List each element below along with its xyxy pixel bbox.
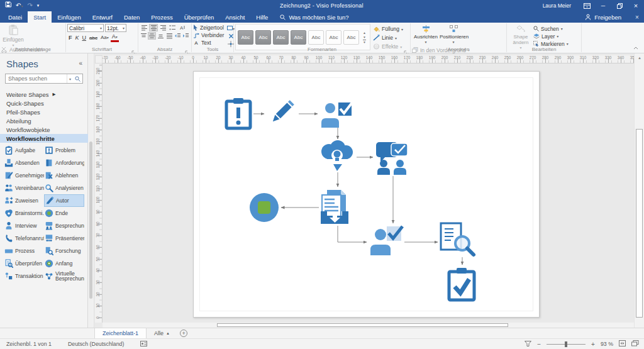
fit-page-icon[interactable] xyxy=(619,340,626,348)
zoom-slider[interactable] xyxy=(547,344,586,345)
font-size-select[interactable]: 12pt.▾ xyxy=(105,24,126,32)
collapse-panel-icon[interactable]: « xyxy=(79,60,82,67)
gallery-down-icon[interactable]: ▼ xyxy=(363,35,366,39)
node-assign-person-check-2[interactable] xyxy=(370,226,402,255)
tab-prozess[interactable]: Prozess xyxy=(145,11,178,23)
presentation-mode-icon[interactable] xyxy=(525,341,531,348)
align-left-button[interactable] xyxy=(140,24,148,31)
tab-ansicht[interactable]: Ansicht xyxy=(219,11,250,23)
tab-hilfe[interactable]: Hilfe xyxy=(250,11,274,23)
qat-customize-icon[interactable]: ▾ xyxy=(37,0,40,11)
shape-item-brainstormi[interactable]: Brainstormi... xyxy=(4,207,44,219)
shape-style-tile[interactable]: Abc xyxy=(308,30,324,45)
shape-item-interview[interactable]: Interview xyxy=(4,219,44,232)
zoom-out-button[interactable]: − xyxy=(537,341,541,348)
shape-item-analysieren[interactable]: Analysieren xyxy=(44,182,84,194)
position-button[interactable]: Positionieren ▾ xyxy=(440,24,467,45)
collapse-ribbon-icon[interactable] xyxy=(631,45,640,51)
tab-datei[interactable]: Datei xyxy=(3,11,28,23)
tab-entwurf[interactable]: Entwurf xyxy=(87,11,118,23)
dialog-launcher-icon[interactable] xyxy=(404,47,409,52)
node-problem-clipboard[interactable] xyxy=(226,98,250,128)
drawing-canvas[interactable] xyxy=(103,64,634,323)
node-task-clipboard-check[interactable] xyxy=(449,268,474,300)
shape-item-genehmigen[interactable]: Genehmigen xyxy=(4,169,44,182)
connector-tool-button[interactable]: Verbinder xyxy=(193,31,224,39)
shape-item-forschung[interactable]: Forschung xyxy=(44,245,84,257)
shape-item-problem[interactable]: Problem xyxy=(44,144,84,157)
stencil-weitere-shapes[interactable]: Weitere Shapes▶ xyxy=(0,90,88,99)
align-button[interactable]: Ausrichten ▾ xyxy=(412,24,440,45)
shape-style-tile[interactable]: Abc xyxy=(326,30,341,45)
gallery-up-icon[interactable]: ▲ xyxy=(363,31,366,35)
align-right-button[interactable] xyxy=(158,24,167,31)
shape-item-überprüfen[interactable]: Überprüfen xyxy=(4,257,44,270)
tab-einfügen[interactable]: Einfügen xyxy=(52,11,87,23)
stencil-pfeil-shapes[interactable]: Pfeil-Shapes xyxy=(0,108,88,116)
zoom-in-button[interactable]: + xyxy=(591,341,595,348)
align-bottom-button[interactable] xyxy=(157,32,164,40)
node-send-document-tray[interactable] xyxy=(321,190,348,224)
shape-style-tile[interactable]: Abc xyxy=(273,30,289,45)
panel-scrollbar[interactable] xyxy=(88,53,94,328)
align-middle-button[interactable] xyxy=(148,32,156,40)
vertical-scrollbar[interactable]: ▲ xyxy=(634,53,644,328)
node-author-pencil[interactable] xyxy=(270,100,294,123)
shape-item-transaktion[interactable]: Transaktion xyxy=(4,270,44,282)
close-button[interactable]: × xyxy=(628,0,644,11)
horizontal-scroll-thumb[interactable] xyxy=(217,323,508,327)
line-button[interactable]: Linie▾ xyxy=(373,34,403,42)
shape-style-tile[interactable]: Abc xyxy=(343,30,359,45)
justify-button[interactable] xyxy=(165,32,173,40)
search-icon[interactable] xyxy=(73,73,82,84)
italic-button[interactable]: K xyxy=(74,34,80,42)
macro-record-icon[interactable] xyxy=(140,341,147,348)
node-end-circle[interactable] xyxy=(250,193,279,222)
switch-windows-icon[interactable] xyxy=(631,340,639,348)
save-icon[interactable] xyxy=(5,0,11,11)
redo-button[interactable]: ↷ xyxy=(27,0,32,11)
strikethrough-button[interactable]: abc xyxy=(88,34,99,42)
shape-item-ablehnen[interactable]: Ablehnen xyxy=(44,169,84,182)
page-info[interactable]: Zeichenbl. 1 von 1 xyxy=(6,341,52,347)
stencil-workflowschritte[interactable]: Workflowschritte xyxy=(0,134,88,143)
shape-style-tile[interactable]: Abc xyxy=(255,30,271,45)
sheet-tab[interactable]: Zeichenblatt-1 xyxy=(94,328,147,338)
text-direction-button[interactable]: A xyxy=(177,24,186,31)
align-top-button[interactable] xyxy=(140,32,147,40)
add-sheet-button[interactable]: + xyxy=(180,330,187,337)
minimize-button[interactable]: ─ xyxy=(595,0,611,11)
undo-button[interactable]: ↶▾ xyxy=(16,0,23,12)
shape-item-prozess[interactable]: Prozess xyxy=(4,245,44,257)
horizontal-scrollbar[interactable] xyxy=(103,323,634,328)
dialog-launcher-icon[interactable] xyxy=(131,47,137,52)
gallery-more-icon[interactable]: ▼ xyxy=(363,40,366,44)
share-button[interactable]: Freigeben xyxy=(585,11,630,23)
shape-item-besprechung[interactable]: Besprechung xyxy=(44,219,84,232)
shape-item-zuweisen[interactable]: Zuweisen xyxy=(4,194,44,207)
bullet-list-button[interactable] xyxy=(168,24,177,31)
restore-button[interactable] xyxy=(611,0,628,11)
vertical-scroll-thumb[interactable] xyxy=(636,129,643,318)
shape-style-tile[interactable]: Abc xyxy=(238,30,253,45)
language-status[interactable]: Deutsch (Deutschland) xyxy=(68,341,124,347)
pointer-tool-button[interactable]: Zeigertool xyxy=(193,24,224,31)
underline-button[interactable]: U xyxy=(81,34,88,42)
connector[interactable] xyxy=(338,226,367,242)
ribbon-close-icon[interactable]: × xyxy=(630,11,644,23)
shape-item-aufgabe[interactable]: Aufgabe xyxy=(4,144,44,157)
sheet-filter[interactable]: Alle▲ xyxy=(147,330,177,336)
node-brainstorm-cloud[interactable] xyxy=(321,140,353,171)
shape-item-absenden[interactable]: Absenden xyxy=(4,157,44,169)
shapes-search-box[interactable]: ▾ xyxy=(5,74,83,84)
node-review-document-magnifier[interactable] xyxy=(441,223,474,255)
paste-button[interactable]: Einfügen ▾ xyxy=(1,24,25,45)
scroll-up-icon[interactable]: ▲ xyxy=(635,53,644,62)
change-case-button[interactable]: Aa▾ xyxy=(99,33,110,42)
shape-item-vereinbarung[interactable]: Vereinbarung xyxy=(4,182,44,194)
shape-item-telefonanruf[interactable]: Telefonanruf xyxy=(4,232,44,245)
shape-item-präsentieren[interactable]: Präsentieren xyxy=(44,232,84,245)
shape-item-virtuelle-besprechung[interactable]: Virtuelle Besprechung xyxy=(44,270,84,282)
tell-me-search[interactable]: Was möchten Sie tun? xyxy=(274,11,355,23)
zoom-level[interactable]: 93 % xyxy=(601,341,613,347)
